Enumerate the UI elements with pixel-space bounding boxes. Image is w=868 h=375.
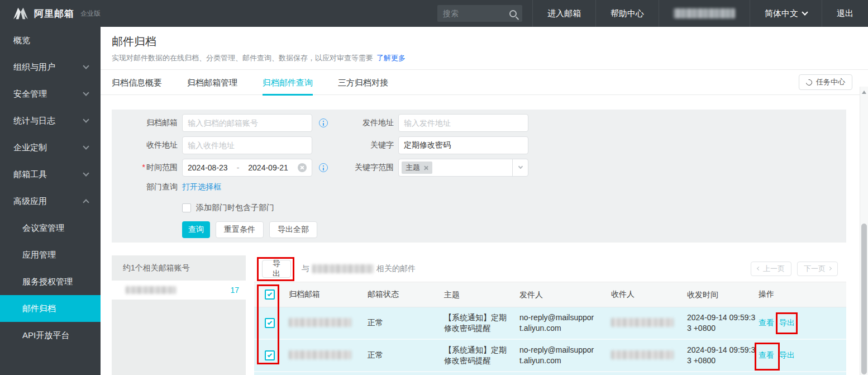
keyword-scope-select[interactable]: 主题 xyxy=(398,159,528,177)
results-toolbar: 导出 与 相关的邮件 上一页 下一页 xyxy=(254,255,846,282)
tab-third-party-archive[interactable]: 三方归档对接 xyxy=(338,70,388,95)
sidebar-item-label: 邮箱工具 xyxy=(13,169,47,180)
chevron-left-icon xyxy=(757,267,761,270)
filter-row: 归档邮箱 发件地址 xyxy=(112,114,846,132)
sidebar-item-label: 安全管理 xyxy=(13,89,47,99)
chevron-up-icon xyxy=(83,199,89,205)
sender-address-label: 发件地址 xyxy=(335,118,394,128)
open-department-selector-link[interactable]: 打开选择框 xyxy=(182,182,221,192)
related-suffix: 相关的邮件 xyxy=(376,264,416,274)
refresh-icon xyxy=(805,78,813,86)
sidebar-item-overview[interactable]: 概览 xyxy=(0,27,101,54)
view-link[interactable]: 查看 xyxy=(759,350,774,360)
export-selected-button[interactable]: 导出 xyxy=(262,260,291,278)
related-mails-caption: 与 相关的邮件 xyxy=(302,264,416,274)
remove-tag-icon[interactable] xyxy=(423,165,428,170)
brand-name: 阿里邮箱 xyxy=(34,7,74,20)
keyword-field[interactable] xyxy=(398,136,528,154)
sidebar-item-label: 高级应用 xyxy=(13,196,47,207)
row-checkbox[interactable] xyxy=(265,318,275,328)
department-label: 部门查询 xyxy=(112,182,178,192)
search-input[interactable] xyxy=(443,9,509,18)
date-start-value[interactable]: 2024-08-23 xyxy=(188,163,228,172)
keyword-scope-tag[interactable]: 主题 xyxy=(402,162,432,174)
search-button[interactable]: 查询 xyxy=(182,221,210,238)
tag-label: 主题 xyxy=(406,163,420,173)
search-icon[interactable] xyxy=(509,10,517,17)
sidebar-item-label: 邮件归档 xyxy=(22,303,56,314)
sender-address-field[interactable] xyxy=(398,114,528,132)
scrollbar-up-arrow[interactable] xyxy=(862,91,866,94)
include-subdepartment-checkbox[interactable] xyxy=(182,203,191,212)
info-icon[interactable] xyxy=(319,163,328,172)
sidebar-item-service-auth[interactable]: 服务授权管理 xyxy=(0,268,101,295)
language-selector[interactable]: 简体中文 xyxy=(750,0,822,27)
help-center-button[interactable]: 帮助中心 xyxy=(595,0,659,27)
sidebar-item-meeting-room[interactable]: 会议室管理 xyxy=(0,215,101,241)
col-header-time: 收发时间 xyxy=(687,289,759,300)
sidebar-item-mail-archive[interactable]: 邮件归档 xyxy=(0,295,101,322)
view-link[interactable]: 查看 xyxy=(759,318,774,328)
page-title: 邮件归档 xyxy=(112,34,857,49)
export-link[interactable]: 导出 xyxy=(779,318,795,328)
tab-archive-mail-query[interactable]: 归档邮件查询 xyxy=(263,70,313,95)
learn-more-link[interactable]: 了解更多 xyxy=(376,54,406,62)
reset-button[interactable]: 重置条件 xyxy=(216,221,264,238)
mailbox-status: 正常 xyxy=(368,318,444,328)
account-mail-count: 17 xyxy=(230,286,239,295)
sidebar-item-org-users[interactable]: 组织与用户 xyxy=(0,54,101,80)
prev-page-button[interactable]: 上一页 xyxy=(751,262,791,276)
account-list-empty-area xyxy=(112,300,246,375)
next-page-button[interactable]: 下一页 xyxy=(797,262,838,276)
task-center-button[interactable]: 任务中心 xyxy=(799,74,852,90)
sidebar-item-label: 企业定制 xyxy=(13,143,47,153)
language-label: 简体中文 xyxy=(765,8,798,19)
chevron-right-icon xyxy=(828,267,832,270)
filter-row: *时间范围 2024-08-23 - 2024-09-21 关键字范围 主题 xyxy=(112,159,846,177)
logout-button[interactable]: 退出 xyxy=(822,0,868,27)
sidebar-item-app-management[interactable]: 应用管理 xyxy=(0,241,101,268)
keyword-input[interactable] xyxy=(404,141,523,150)
time-range-field[interactable]: 2024-08-23 - 2024-09-21 xyxy=(182,159,312,177)
scrollbar-thumb[interactable] xyxy=(861,224,867,374)
sidebar-item-stats-logs[interactable]: 统计与日志 xyxy=(0,107,101,134)
info-icon[interactable] xyxy=(319,118,328,127)
content-scrollbar xyxy=(860,87,868,375)
recipient-address-field[interactable] xyxy=(182,136,312,154)
filter-buttons: 查询 重置条件 导出全部 xyxy=(112,221,846,238)
clear-date-icon[interactable] xyxy=(298,163,307,172)
sidebar-item-label: 组织与用户 xyxy=(13,62,55,73)
sidebar-item-enterprise-custom[interactable]: 企业定制 xyxy=(0,134,101,161)
date-end-value[interactable]: 2024-09-21 xyxy=(248,163,288,172)
select-dropdown-area[interactable] xyxy=(512,159,528,176)
redacted-related-account xyxy=(312,264,374,273)
enter-mailbox-button[interactable]: 进入邮箱 xyxy=(532,0,595,27)
mailbox-status: 正常 xyxy=(368,350,444,360)
redacted-recipient xyxy=(611,318,674,327)
col-header-mailbox: 归档邮箱 xyxy=(289,289,368,300)
mail-results: 导出 与 相关的邮件 上一页 下一页 归档邮箱 邮箱状态 主题 发件人 收件人 … xyxy=(254,255,846,375)
sidebar-item-mail-tools[interactable]: 邮箱工具 xyxy=(0,161,101,188)
archive-mailbox-field[interactable] xyxy=(182,114,312,132)
page-header: 邮件归档 实现对邮件数据的在线归档、分类管理、邮件查询、数据保存，以应对审查等需… xyxy=(101,27,868,70)
export-link[interactable]: 导出 xyxy=(779,350,795,360)
sidebar-item-advanced-apps[interactable]: 高级应用 xyxy=(0,188,101,215)
chevron-down-icon xyxy=(83,89,89,96)
task-center-label: 任务中心 xyxy=(816,77,845,87)
sidebar-item-api-platform[interactable]: API开放平台 xyxy=(0,322,101,349)
row-checkbox[interactable] xyxy=(265,350,275,360)
archive-mailbox-input[interactable] xyxy=(188,118,307,127)
tab-archive-info-overview[interactable]: 归档信息概要 xyxy=(112,70,162,95)
sender-address-input[interactable] xyxy=(404,118,523,127)
account-list-item[interactable]: 17 xyxy=(112,281,246,300)
chevron-down-icon xyxy=(83,116,89,122)
sidebar-item-security[interactable]: 安全管理 xyxy=(0,80,101,107)
prev-page-label: 上一页 xyxy=(763,264,785,274)
account-name[interactable] xyxy=(659,0,750,27)
select-all-checkbox[interactable] xyxy=(265,289,275,300)
tab-archive-mailbox-management[interactable]: 归档邮箱管理 xyxy=(187,70,237,95)
topbar-search[interactable] xyxy=(437,5,522,22)
sidebar: 概览 组织与用户 安全管理 统计与日志 企业定制 邮箱工具 高级应用 会议室管理… xyxy=(0,27,101,375)
recipient-address-input[interactable] xyxy=(188,141,307,150)
export-all-button[interactable]: 导出全部 xyxy=(269,221,317,238)
